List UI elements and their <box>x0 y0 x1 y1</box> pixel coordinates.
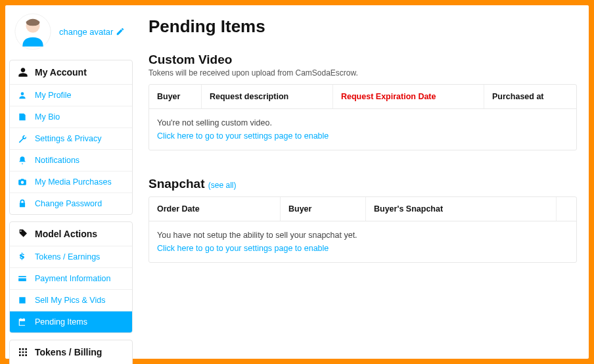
wrench-icon <box>18 134 27 143</box>
custom-video-block: Custom Video Tokens will be received upo… <box>148 53 577 150</box>
empty-message: You're not selling custom video. <box>157 116 568 129</box>
sidebar-item-payment-information[interactable]: Payment Information <box>10 268 132 290</box>
col-order-date: Order Date <box>149 197 281 221</box>
col-buyers-snapchat: Buyer's Snapchat <box>366 197 557 221</box>
calendar-icon <box>18 317 27 327</box>
col-actions <box>557 197 576 221</box>
sidebar-item-tokens-earnings[interactable]: Tokens / Earnings <box>10 246 132 268</box>
table-body: You have not setup the ability to sell y… <box>149 221 576 262</box>
lock-icon <box>18 199 27 208</box>
camera-icon <box>18 177 27 187</box>
snapchat-table: Order Date Buyer Buyer's Snapchat You ha… <box>148 196 577 263</box>
enable-custom-video-link[interactable]: Click here to go to your settings page t… <box>157 129 568 143</box>
section-title: My Account <box>35 67 87 78</box>
section-header: My Account <box>10 60 132 85</box>
sidebar-item-label: Notifications <box>35 156 80 165</box>
sidebar-item-label: Change Password <box>35 199 102 208</box>
dollar-icon <box>18 252 27 262</box>
section-header: Tokens / Billing <box>10 340 132 364</box>
section-title: Model Actions <box>35 229 97 239</box>
section-header: Model Actions <box>10 222 132 246</box>
change-avatar-label: change avatar <box>59 27 113 37</box>
col-expiration: Request Expiration Date <box>333 85 484 108</box>
sidebar-item-settings-privacy[interactable]: Settings & Privacy <box>10 128 132 150</box>
svg-point-2 <box>21 92 24 95</box>
custom-video-table: Buyer Request description Request Expira… <box>148 84 577 150</box>
grid-icon <box>18 347 28 357</box>
snapchat-block: Snapchat (see all) Order Date Buyer Buye… <box>148 177 577 263</box>
user-icon <box>18 67 28 78</box>
col-buyer: Buyer <box>149 85 202 108</box>
nav-section: Model ActionsTokens / EarningsPayment In… <box>9 221 133 333</box>
image-icon <box>18 296 27 305</box>
bio-icon <box>18 112 27 122</box>
change-avatar-link[interactable]: change avatar <box>59 27 125 37</box>
empty-message: You have not setup the ability to sell y… <box>157 229 568 242</box>
profile-block: change avatar <box>5 5 137 58</box>
col-purchased: Purchased at <box>484 85 576 108</box>
nav-section: My AccountMy ProfileMy BioSettings & Pri… <box>9 60 133 215</box>
custom-video-title: Custom Video <box>148 53 577 67</box>
card-icon <box>18 274 27 283</box>
avatar[interactable] <box>14 13 51 50</box>
sidebar-item-my-bio[interactable]: My Bio <box>10 106 132 128</box>
custom-video-desc: Tokens will be received upon upload from… <box>148 68 577 78</box>
avatar-icon <box>14 13 51 50</box>
page-title: Pending Items <box>148 16 577 37</box>
sidebar-item-label: My Bio <box>35 112 60 122</box>
sidebar-item-pending-items[interactable]: Pending Items <box>10 311 132 332</box>
sidebar-item-label: Pending Items <box>35 317 87 327</box>
sidebar-item-label: My Media Purchases <box>35 177 112 187</box>
sidebar-item-my-media-purchases[interactable]: My Media Purchases <box>10 171 132 193</box>
enable-snapchat-link[interactable]: Click here to go to your settings page t… <box>157 242 568 255</box>
sidebar-item-label: Sell My Pics & Vids <box>35 296 105 305</box>
bell-icon <box>18 156 27 165</box>
see-all-link[interactable]: (see all) <box>208 181 237 190</box>
table-header: Order Date Buyer Buyer's Snapchat <box>149 197 576 221</box>
main-content: Pending Items Custom Video Tokens will b… <box>137 5 589 359</box>
sidebar-item-label: Payment Information <box>35 274 110 283</box>
sidebar-item-my-profile[interactable]: My Profile <box>10 85 132 106</box>
tag-icon <box>18 229 28 239</box>
snapchat-title: Snapchat (see all) <box>148 177 577 191</box>
sidebar-item-label: Tokens / Earnings <box>35 252 100 262</box>
sidebar: change avatar My AccountMy ProfileMy Bio… <box>5 5 137 359</box>
sidebar-item-sell-my-pics-vids[interactable]: Sell My Pics & Vids <box>10 290 132 311</box>
sidebar-item-label: Settings & Privacy <box>35 134 101 143</box>
col-request: Request description <box>202 85 333 108</box>
sidebar-item-notifications[interactable]: Notifications <box>10 150 132 171</box>
col-buyer: Buyer <box>281 197 366 221</box>
nav-section: Tokens / BillingBilling History <box>9 340 133 364</box>
snapchat-title-text: Snapchat <box>148 177 205 191</box>
table-header: Buyer Request description Request Expira… <box>149 85 576 109</box>
pencil-icon <box>116 27 125 36</box>
sidebar-item-change-password[interactable]: Change Password <box>10 193 132 214</box>
table-body: You're not selling custom video. Click h… <box>149 109 576 150</box>
section-title: Tokens / Billing <box>35 347 102 357</box>
sidebar-item-label: My Profile <box>35 91 72 100</box>
profile-icon <box>18 91 27 100</box>
